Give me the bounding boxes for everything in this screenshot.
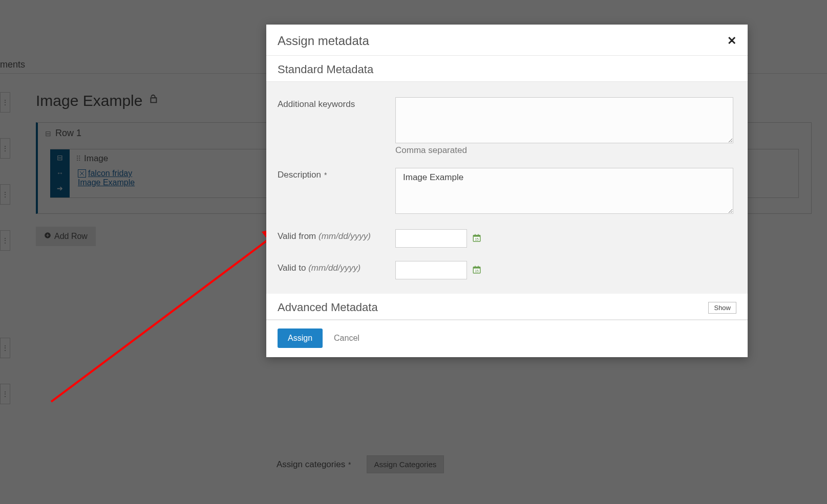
standard-metadata-text: Standard Metadata [278,63,373,76]
svg-text:15: 15 [475,237,479,241]
keywords-row: Additional keywords [278,97,736,143]
modal-footer: Assign Cancel [266,320,748,357]
calendar-icon[interactable]: 15 [472,233,481,243]
show-advanced-button[interactable]: Show [708,302,736,314]
advanced-metadata-heading: Advanced Metadata Show [266,294,748,320]
keywords-input[interactable] [395,97,733,143]
valid-to-row: Valid to (mm/dd/yyyy) 15 [278,261,736,279]
svg-rect-3 [473,235,480,237]
description-input[interactable] [395,168,733,214]
calendar-icon[interactable]: 15 [472,265,481,274]
keywords-label: Additional keywords [278,97,395,143]
valid-from-row: Valid from (mm/dd/yyyy) 15 [278,229,736,248]
required-star: * [322,171,327,179]
description-row: Description * [278,168,736,214]
standard-metadata-heading: Standard Metadata [266,56,748,82]
assign-metadata-modal: Assign metadata ✕ Standard Metadata Addi… [266,25,748,357]
svg-rect-8 [473,267,480,269]
form-area: Additional keywords Comma separated Desc… [266,82,748,294]
advanced-metadata-text: Advanced Metadata [278,301,378,314]
assign-button[interactable]: Assign [278,328,323,348]
valid-to-input[interactable] [395,261,467,279]
modal-title: Assign metadata [278,34,369,48]
description-label: Description * [278,168,395,214]
keywords-helper: Comma separated [395,145,736,156]
valid-to-label: Valid to (mm/dd/yyyy) [278,261,395,279]
valid-from-input[interactable] [395,229,467,248]
svg-rect-9 [475,266,476,268]
svg-rect-5 [478,234,479,236]
close-icon[interactable]: ✕ [727,34,736,48]
svg-rect-10 [478,266,479,268]
modal-header: Assign metadata ✕ [266,25,748,56]
svg-text:15: 15 [475,269,479,273]
valid-from-label: Valid from (mm/dd/yyyy) [278,229,395,248]
svg-rect-4 [475,234,476,236]
cancel-button[interactable]: Cancel [334,334,359,343]
